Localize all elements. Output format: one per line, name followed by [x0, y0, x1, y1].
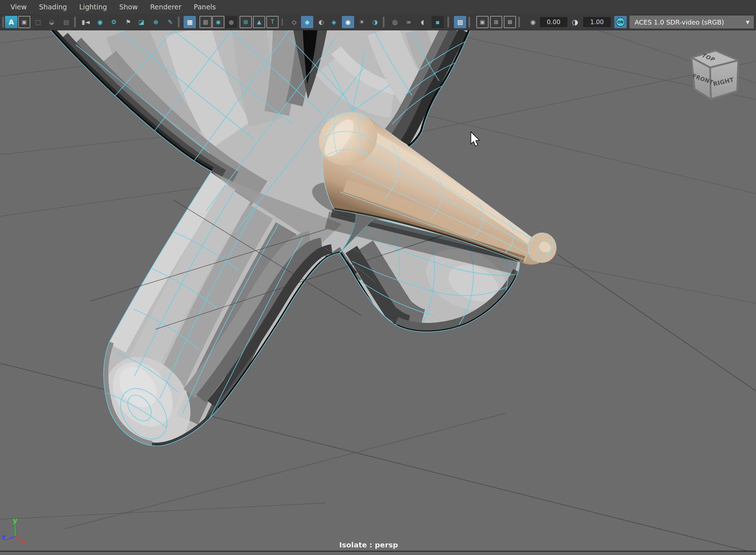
shaded-circle-icon[interactable]: ◉: [212, 16, 224, 28]
resolution-gate-icon[interactable]: □: [32, 16, 44, 28]
text-hud-icon[interactable]: T: [266, 16, 279, 28]
panel-menu-bar: ViewShadingLightingShowRendererPanels: [0, 0, 756, 14]
view-transform-label: ACES 1.0 SDR-video (sRGB): [635, 18, 744, 26]
shadows-icon[interactable]: ◑: [369, 16, 381, 28]
gamma-field[interactable]: 1.00: [583, 17, 611, 27]
default-material-icon[interactable]: ◉: [342, 16, 354, 28]
xray-a-icon[interactable]: A: [5, 16, 17, 28]
film-strip-icon[interactable]: ▥: [199, 16, 212, 28]
motion-blur-icon[interactable]: ∞: [403, 16, 415, 28]
camera-lock-icon[interactable]: ◉: [94, 16, 106, 28]
hidden-circle-icon[interactable]: ●: [225, 16, 237, 28]
menu-item-lighting[interactable]: Lighting: [73, 0, 113, 14]
film-gate-icon[interactable]: ▣: [18, 16, 30, 28]
ao-sphere-icon[interactable]: ◎: [389, 16, 401, 28]
toolbar-separator: [468, 17, 470, 27]
isolate-select-icon[interactable]: ▣: [476, 16, 489, 28]
exposure-field[interactable]: 0.00: [540, 17, 567, 27]
pan-zoom-icon[interactable]: ⊕: [150, 16, 162, 28]
camera-icon[interactable]: ▮◄: [80, 16, 92, 28]
viewport-bottom-strip: [0, 552, 756, 555]
toolbar-separator: [74, 17, 76, 27]
grease-pencil-icon[interactable]: ◪: [135, 16, 147, 28]
exposure-icon[interactable]: ◉: [527, 16, 539, 28]
menu-item-panels[interactable]: Panels: [188, 0, 222, 14]
axis-z-label: z: [1, 533, 6, 541]
toolbar-separator: [383, 17, 385, 27]
sphere-checker-icon[interactable]: ◐: [315, 16, 327, 28]
camera-gear-icon[interactable]: ⚙: [108, 16, 120, 28]
gate-elements-icon[interactable]: ⊞: [240, 16, 252, 28]
view-transform-dropdown[interactable]: ACES 1.0 SDR-video (sRGB) ▼: [630, 16, 754, 29]
grid-display-icon[interactable]: ▦: [184, 16, 196, 28]
chevron-down-icon: ▼: [746, 19, 749, 25]
isolate-status-text: Isolate : persp: [339, 541, 398, 549]
pencil-icon[interactable]: ✎: [164, 16, 176, 28]
shaded-cube-icon[interactable]: ◆: [301, 16, 313, 28]
menu-item-show[interactable]: Show: [113, 0, 144, 14]
select-tool-icon[interactable]: ▧: [454, 16, 466, 28]
axis-y-label: y: [13, 516, 17, 525]
maya-viewport-panel: ViewShadingLightingShowRendererPanels 0.…: [0, 0, 756, 555]
image-plane-icon[interactable]: ⊠: [504, 16, 516, 28]
bookmark-icon[interactable]: ⚑: [122, 16, 134, 28]
gamma-contrast-icon[interactable]: ◑: [570, 16, 580, 28]
light-bulb-icon[interactable]: ☀: [356, 16, 368, 28]
toolbar-separator: [282, 18, 283, 26]
isolate-selected-icon[interactable]: ⊞: [490, 16, 502, 28]
viewport-bottom-border: [0, 551, 756, 552]
field-chart-icon[interactable]: ▤: [60, 16, 72, 28]
toolbar-separator: [447, 17, 449, 27]
on-icon: ON: [616, 17, 625, 27]
textured-cube-icon[interactable]: ◈: [328, 16, 340, 28]
toolbar-separator: [178, 17, 180, 27]
view-cube[interactable]: TOP FRONT RIGHT: [691, 51, 738, 99]
color-management-toggle[interactable]: ON: [614, 16, 627, 28]
menu-item-renderer[interactable]: Renderer: [144, 0, 188, 14]
viewport-toolbar: 0.00 ◑ 1.00 ON ACES 1.0 SDR-video (sRGB)…: [0, 14, 756, 30]
axis-x-label: x: [21, 537, 25, 545]
fog-icon[interactable]: ▪: [431, 16, 444, 28]
3d-viewport[interactable]: TOP FRONT RIGHT y z x Isolate : persp: [0, 30, 756, 555]
toolbar-separator: [2, 17, 4, 27]
toolbar-separator: [518, 17, 520, 27]
wireframe-cube-icon[interactable]: ◇: [288, 16, 300, 28]
gate-mask-icon[interactable]: ◒: [46, 16, 58, 28]
hud-icon[interactable]: ▲: [253, 16, 265, 28]
depth-of-field-icon[interactable]: ◖: [416, 16, 429, 28]
menu-item-shading[interactable]: Shading: [33, 0, 73, 14]
menu-item-view[interactable]: View: [4, 0, 33, 14]
